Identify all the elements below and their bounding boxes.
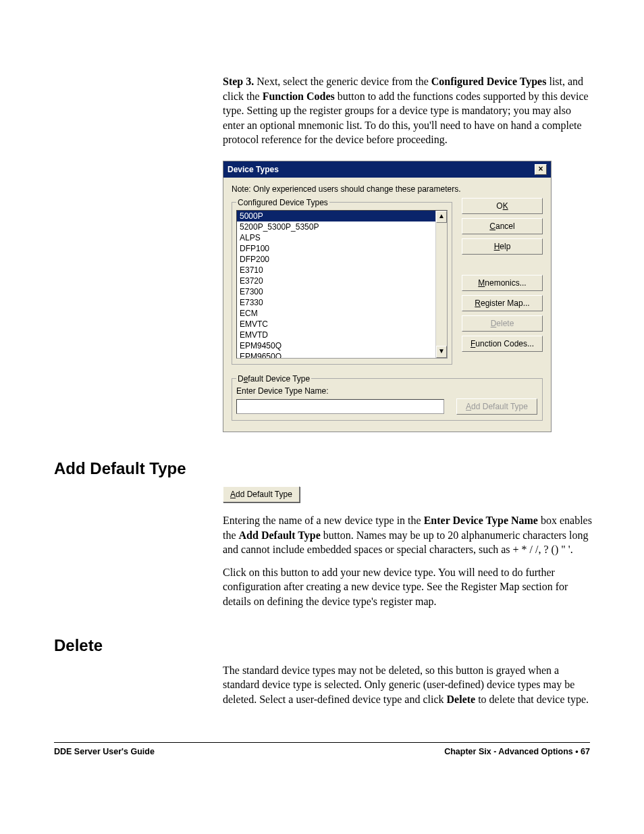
list-item[interactable]: E7300 <box>237 286 447 297</box>
configured-group: Configured Device Types 5000P5200P_5300P… <box>232 198 452 365</box>
intro-block: Step 3. Next, select the generic device … <box>223 74 593 432</box>
device-listbox[interactable]: 5000P5200P_5300P_5350PALPSDFP100DFP200E3… <box>236 210 448 359</box>
register-map-button[interactable]: Register Map... <box>462 295 543 311</box>
delete-button[interactable]: Delete <box>462 315 543 332</box>
dialog-title: Device Types <box>227 165 279 174</box>
list-item[interactable]: ALPS <box>237 232 447 243</box>
footer-right: Chapter Six - Advanced Options • 67 <box>444 747 590 756</box>
add-default-p1: Entering the name of a new device type i… <box>223 513 593 557</box>
list-item[interactable]: E3710 <box>237 265 447 276</box>
scroll-down-icon[interactable]: ▼ <box>436 346 447 358</box>
list-item[interactable]: DFP200 <box>237 254 447 265</box>
function-codes-button[interactable]: Function Codes... <box>462 336 543 352</box>
list-item[interactable]: EMVTC <box>237 319 447 330</box>
list-item[interactable]: EPM9450Q <box>237 340 447 351</box>
add-default-type-button[interactable]: Add Default Type <box>456 398 537 415</box>
list-item[interactable]: EPM9650Q <box>237 351 447 359</box>
help-button[interactable]: Help <box>462 238 543 255</box>
heading-delete: Delete <box>54 636 590 655</box>
add-default-button-image: Add Default Type <box>223 486 590 502</box>
listbox-scrollbar[interactable]: ▲ ▼ <box>435 211 447 358</box>
delete-p1: The standard device types may not be del… <box>223 663 593 707</box>
add-default-p2: Click on this button to add your new dev… <box>223 565 593 609</box>
step3-paragraph: Step 3. Next, select the generic device … <box>223 74 593 147</box>
list-item[interactable]: 5200P_5300P_5350P <box>237 221 447 232</box>
list-item[interactable]: E7330 <box>237 297 447 308</box>
ok-button[interactable]: OK <box>462 198 543 214</box>
close-icon[interactable]: × <box>535 164 547 175</box>
mnemonics-button[interactable]: Mnemonics... <box>462 275 543 291</box>
list-item[interactable]: EMVTD <box>237 330 447 340</box>
configured-legend: Configured Device Types <box>236 198 329 207</box>
scroll-up-icon[interactable]: ▲ <box>436 211 447 223</box>
enter-name-label: Enter Device Type Name: <box>236 386 538 396</box>
device-types-dialog: Device Types × Note: Only experienced us… <box>223 161 552 432</box>
heading-add-default: Add Default Type <box>54 459 590 478</box>
page-footer: DDE Server User's Guide Chapter Six - Ad… <box>54 742 590 756</box>
list-item[interactable]: DFP100 <box>237 243 447 254</box>
footer-left: DDE Server User's Guide <box>54 747 155 756</box>
list-item[interactable]: E3720 <box>237 276 447 286</box>
dialog-titlebar: Device Types × <box>223 161 551 178</box>
cancel-button[interactable]: Cancel <box>462 218 543 234</box>
default-legend: Default Device Type <box>236 374 311 384</box>
step-label: Step 3. <box>223 76 254 87</box>
list-item[interactable]: 5000P <box>237 211 447 221</box>
device-type-name-input[interactable] <box>236 399 444 414</box>
list-item[interactable]: ECM <box>237 308 447 319</box>
dialog-note: Note: Only experienced users should chan… <box>232 184 543 194</box>
default-type-group: Default Device Type Enter Device Type Na… <box>232 374 543 421</box>
page: Step 3. Next, select the generic device … <box>0 0 644 777</box>
